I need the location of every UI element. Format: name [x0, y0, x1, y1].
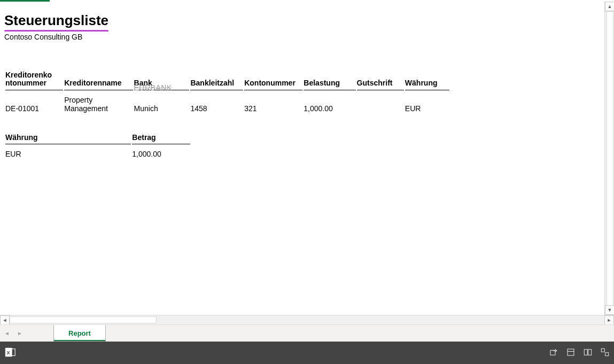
summary-row: EUR 1,000.00 [5, 145, 190, 160]
cell-currency: EUR [405, 91, 449, 115]
fullscreen-icon[interactable] [600, 347, 610, 359]
report-title: Steuerungsliste [4, 12, 108, 30]
status-icons [549, 347, 610, 359]
vertical-scroll-thumb[interactable] [607, 11, 613, 306]
scroll-right-button[interactable]: ► [604, 315, 614, 325]
col-debit: Belastung [304, 69, 355, 90]
summary-cell-currency: EUR [5, 145, 131, 160]
main-table: Kreditorenko ntonummer Kreditorenname Ba… [4, 68, 450, 116]
svg-rect-8 [605, 352, 609, 355]
col-account: Kontonummer [244, 69, 302, 90]
col-currency: Währung [405, 69, 449, 90]
scroll-down-button[interactable]: ▼ [605, 305, 614, 315]
col-routing: Bankleitzahl [190, 69, 243, 90]
scroll-left-button[interactable]: ◄ [0, 315, 10, 325]
bank-ghost-text: EURBANK [134, 83, 172, 92]
table-row: DE-01001 Property Management EURBANK Mun… [5, 91, 449, 115]
summary-cell-amount: 1,000.00 [132, 145, 190, 160]
svg-rect-4 [568, 349, 574, 355]
vertical-scrollbar[interactable]: ▲ ▼ [604, 2, 614, 315]
svg-rect-5 [584, 349, 587, 355]
svg-rect-3 [550, 350, 555, 355]
horizontal-scroll-thumb[interactable] [10, 316, 157, 323]
status-bar: X [0, 342, 614, 364]
summary-col-amount: Betrag [132, 131, 190, 144]
scroll-up-button[interactable]: ▲ [605, 2, 614, 11]
col-vendor-name: Kreditorenname [64, 69, 133, 90]
sheet-nav: ◄ ► [0, 325, 27, 342]
page-layout-icon[interactable] [566, 347, 576, 359]
col-vendor-account: Kreditorenko ntonummer [5, 69, 63, 90]
summary-col-currency: Währung [5, 131, 131, 144]
cell-vendor-name: Property Management [64, 91, 133, 115]
horizontal-scrollbar[interactable]: ◄ ► [0, 315, 614, 324]
cell-debit: 1,000.00 [304, 91, 355, 115]
cell-account: 321 [244, 91, 302, 115]
svg-rect-7 [601, 348, 604, 352]
sheet-nav-prev-icon[interactable]: ◄ [4, 330, 10, 336]
excel-icon: X [4, 346, 16, 360]
cell-vendor-account: DE-01001 [5, 91, 63, 115]
share-icon[interactable] [549, 347, 558, 359]
summary-header-row: Währung Betrag [5, 131, 190, 144]
svg-text:X: X [7, 350, 11, 355]
main-table-header-row: Kreditorenko ntonummer Kreditorenname Ba… [5, 69, 449, 90]
col-credit: Gutschrift [357, 69, 404, 90]
cell-bank: EURBANK Munich [134, 91, 190, 115]
cell-credit [357, 91, 404, 115]
company-name: Contoso Consulting GB [4, 33, 600, 41]
sheet-nav-next-icon[interactable]: ► [17, 330, 22, 336]
svg-rect-6 [588, 349, 592, 355]
cell-bank-value: Munich [134, 104, 158, 113]
cell-routing: 1458 [190, 91, 243, 115]
summary-table: Währung Betrag EUR 1,000.00 [4, 130, 191, 161]
report-viewport: Steuerungsliste Contoso Consulting GB Kr… [0, 2, 604, 315]
sheet-tab-row: ◄ ► Report [0, 324, 614, 342]
reading-view-icon[interactable] [583, 347, 593, 359]
sheet-tab-report[interactable]: Report [53, 325, 106, 342]
